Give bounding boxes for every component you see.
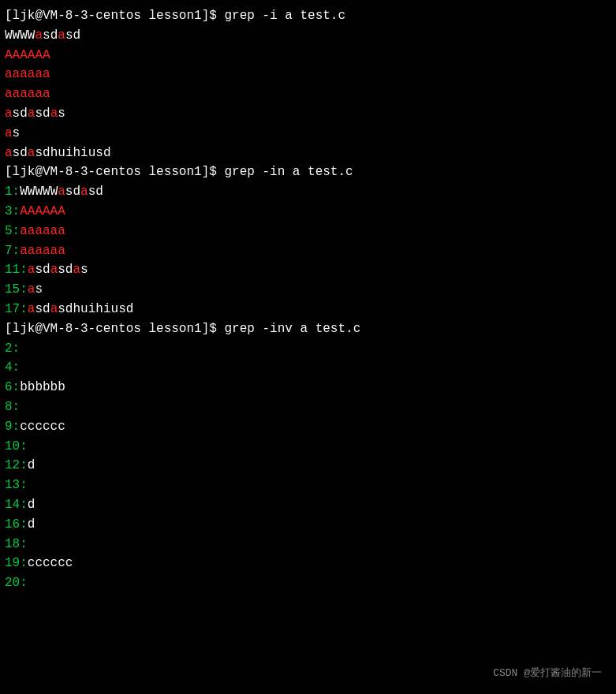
terminal-line: 15:as [5, 280, 611, 300]
terminal-line: 2: [5, 339, 611, 359]
terminal-line: 16:d [5, 515, 611, 535]
terminal-line: 10: [5, 437, 611, 457]
terminal-line: 7:aaaaaa [5, 241, 611, 261]
terminal-line: 19:cccccc [5, 554, 611, 573]
terminal-line: 4: [5, 358, 611, 378]
terminal-line: [ljk@VM-8-3-centos lesson1]$ grep -inv a… [5, 319, 611, 339]
terminal-line: 6:bbbbbb [5, 378, 611, 397]
terminal-line: 12:d [5, 456, 611, 476]
terminal-output: [ljk@VM-8-3-centos lesson1]$ grep -i a t… [5, 6, 611, 593]
terminal-line: 9:cccccc [5, 417, 611, 437]
terminal-line: 8: [5, 397, 611, 417]
terminal-line: 11:asdasdas [5, 260, 611, 280]
terminal-line: 20: [5, 573, 611, 593]
terminal-line: [ljk@VM-8-3-centos lesson1]$ grep -in a … [5, 162, 611, 182]
terminal-line: 1:WWWWWasdasd [5, 182, 611, 202]
terminal-line: aaaaaa [5, 65, 611, 84]
terminal-line: aaaaaa [5, 84, 611, 104]
terminal-line: AAAAAA [5, 46, 611, 65]
terminal-line: 18: [5, 535, 611, 554]
terminal-line: 14:d [5, 495, 611, 515]
terminal-line: 13: [5, 476, 611, 495]
terminal-line: WWWWasdasd [5, 26, 611, 46]
terminal-line: 5:aaaaaa [5, 222, 611, 241]
terminal-line: asdasdas [5, 104, 611, 124]
watermark: CSDN @爱打酱油的新一 [493, 666, 602, 680]
terminal-line: [ljk@VM-8-3-centos lesson1]$ grep -i a t… [5, 6, 611, 26]
terminal-line: 3:AAAAAA [5, 202, 611, 222]
terminal-line: 17:asdasdhuihiusd [5, 300, 611, 319]
terminal-line: asdasdhuihiusd [5, 144, 611, 163]
terminal-line: as [5, 124, 611, 144]
